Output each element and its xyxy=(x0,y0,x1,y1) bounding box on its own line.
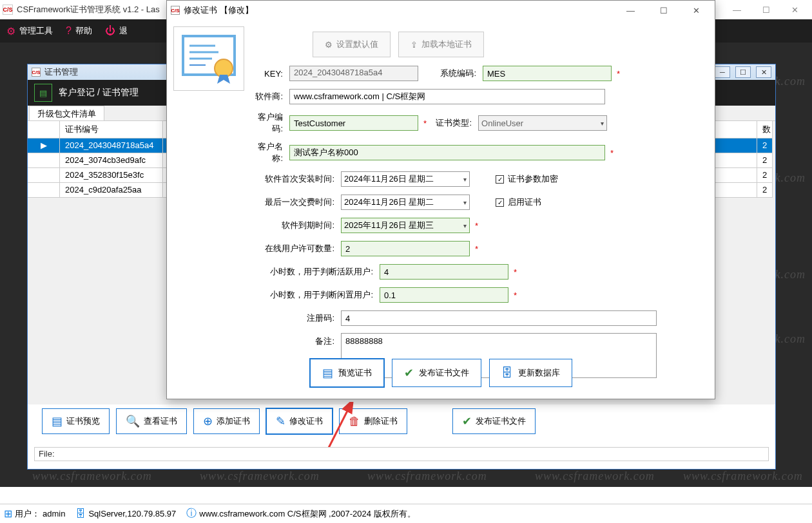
preview-cert-button[interactable]: ▤证书预览 xyxy=(42,408,110,434)
dialog-title: 修改证书 【修改】 xyxy=(184,5,612,16)
grid-header-cert-id[interactable]: 证书编号 xyxy=(60,121,163,138)
preview-icon: ▤ xyxy=(322,366,333,380)
tab-package-list[interactable]: 升级包文件清单 xyxy=(29,106,104,120)
menu-tools[interactable]: ⚙管理工具 xyxy=(6,25,53,37)
outer-close-button[interactable]: ✕ xyxy=(780,1,809,19)
child-close-button[interactable]: ✕ xyxy=(756,66,771,78)
preview-icon: ▤ xyxy=(52,414,63,428)
cell-num: 2 xyxy=(757,168,773,182)
regcode-input[interactable] xyxy=(341,310,657,326)
dialog-titlebar[interactable]: C/S 修改证书 【修改】 — ☐ ✕ xyxy=(167,1,715,20)
label-lastcharge: 最后一次交费时间: xyxy=(251,196,341,208)
view-cert-button[interactable]: 🔍查看证书 xyxy=(116,408,187,434)
certtype-select[interactable]: OnlineUser▾ xyxy=(478,115,607,131)
label-remark: 备注: xyxy=(251,333,341,347)
row-selector[interactable]: ▶ xyxy=(28,138,60,153)
required-marker: * xyxy=(475,221,478,231)
preview-cert-dialog-button[interactable]: ▤预览证书 xyxy=(310,359,384,387)
status-user-label: 用户： xyxy=(15,508,40,520)
syscode-input[interactable] xyxy=(483,66,612,81)
watermark: www.csframework.com xyxy=(32,470,152,483)
edit-cert-button[interactable]: ✎修改证书 xyxy=(266,408,333,434)
chevron-down-icon: ▾ xyxy=(601,120,604,127)
edit-icon: ✎ xyxy=(276,414,285,428)
label-expire: 软件到期时间: xyxy=(251,220,341,231)
delete-cert-button[interactable]: 🗑删除证书 xyxy=(339,408,407,434)
row-selector[interactable] xyxy=(28,168,60,182)
set-default-button[interactable]: ⚙设置默认值 xyxy=(313,32,391,57)
status-link[interactable]: www.csframework.com C/S框架网 ,2007-2024 版权… xyxy=(199,508,415,520)
publish-cert-dialog-button[interactable]: ✔发布证书文件 xyxy=(392,359,481,387)
grid-header-selector[interactable] xyxy=(28,121,60,138)
dialog-minimize-button[interactable]: — xyxy=(616,1,645,19)
activehours-input[interactable] xyxy=(380,264,508,280)
database-icon: 🗄 xyxy=(75,508,86,520)
app-icon: C/S xyxy=(171,6,180,15)
edit-cert-dialog: C/S 修改证书 【修改】 — ☐ ✕ ⚙设置默认值 ⇪加载本地证书 KEY: … xyxy=(166,0,715,399)
update-db-button[interactable]: 🗄更新数据库 xyxy=(489,359,572,387)
gear-icon: ⚙ xyxy=(6,25,15,37)
watermark: www.csframework.com xyxy=(367,470,487,483)
child-minimize-button[interactable]: ─ xyxy=(715,66,730,78)
row-selector[interactable] xyxy=(28,153,60,167)
chevron-down-icon: ▾ xyxy=(463,199,467,206)
certificate-illustration xyxy=(173,26,244,91)
grid-header-num[interactable]: 数 xyxy=(757,121,773,138)
label-onlinelic: 在线用户许可数量: xyxy=(251,243,341,254)
plus-circle-icon: ⊕ xyxy=(203,414,213,428)
required-marker: * xyxy=(617,69,620,79)
firstinstall-datepicker[interactable]: 2024年11月26日 星期二▾ xyxy=(341,171,470,187)
outer-maximize-button[interactable]: ☐ xyxy=(751,1,780,19)
check-icon: ✔ xyxy=(404,366,414,380)
child-maximize-button[interactable]: ☐ xyxy=(735,66,751,78)
database-icon: 🗄 xyxy=(501,366,513,380)
svg-point-6 xyxy=(215,59,233,77)
cell-cert-id: 2024_2043048718a5a4 xyxy=(60,138,163,153)
certificate-icon: ▤ xyxy=(34,84,52,102)
main-statusbar: ⊞用户：admin 🗄SqlServer,120.79.85.97 ⓘwww.c… xyxy=(0,504,812,523)
label-syscode: 系统编码: xyxy=(418,68,483,79)
enable-checkbox[interactable]: ✓启用证书 xyxy=(496,196,541,208)
dialog-maximize-button[interactable]: ☐ xyxy=(649,1,678,19)
cell-num: 2 xyxy=(757,138,773,153)
bottom-toolbar: ▤证书预览 🔍查看证书 ⊕添加证书 ✎修改证书 🗑删除证书 ✔发布证书文件 xyxy=(42,408,536,434)
menu-help[interactable]: ?帮助 xyxy=(66,25,92,37)
windows-icon: ⊞ xyxy=(4,508,12,520)
label-custcode: 客户编码: xyxy=(251,111,289,135)
publish-cert-button[interactable]: ✔发布证书文件 xyxy=(452,408,536,434)
app-icon: C/S xyxy=(32,68,41,77)
label-vendor: 软件商: xyxy=(251,91,289,102)
label-firstinstall: 软件首次安装时间: xyxy=(251,173,341,185)
vendor-input[interactable] xyxy=(289,89,605,104)
file-statusbar: File: xyxy=(34,447,769,461)
lastcharge-datepicker[interactable]: 2024年11月26日 星期二▾ xyxy=(341,195,470,210)
label-custname: 客户名称: xyxy=(251,141,289,164)
dialog-close-button[interactable]: ✕ xyxy=(682,1,711,19)
cell-cert-id: 2024_c9d20afa25aa xyxy=(60,183,163,197)
load-local-cert-button[interactable]: ⇪加载本地证书 xyxy=(398,32,484,57)
required-marker: * xyxy=(610,148,614,158)
encrypt-checkbox[interactable]: ✓证书参数加密 xyxy=(496,173,558,185)
custname-input[interactable] xyxy=(289,145,605,160)
cert-form: KEY: 2024_2043048718a5a4 系统编码: * 软件商: 客户… xyxy=(251,65,702,385)
search-doc-icon: 🔍 xyxy=(126,414,140,428)
custcode-input[interactable] xyxy=(289,115,418,131)
key-field: 2024_2043048718a5a4 xyxy=(289,66,418,81)
help-icon: ? xyxy=(66,25,72,37)
row-selector[interactable] xyxy=(28,183,60,197)
cell-cert-id: 2024_3074cb3ed9afc xyxy=(60,153,163,167)
expire-datepicker[interactable]: 2025年11月26日 星期三▾ xyxy=(341,218,470,233)
cell-cert-id: 2024_352830f15e3fc xyxy=(60,168,163,182)
onlinelic-input[interactable] xyxy=(341,241,470,256)
outer-minimize-button[interactable]: — xyxy=(722,1,751,19)
add-cert-button[interactable]: ⊕添加证书 xyxy=(193,408,260,434)
label-activehours: 小时数，用于判断活跃用户: xyxy=(251,266,380,278)
watermark: www.csframework.com xyxy=(535,470,655,483)
required-marker: * xyxy=(514,267,517,277)
required-marker: * xyxy=(514,290,517,300)
link-icon: ⓘ xyxy=(186,507,197,520)
menu-logout[interactable]: ⏻退 xyxy=(105,25,128,37)
dialog-footer: ▤预览证书 ✔发布证书文件 🗄更新数据库 xyxy=(167,359,715,387)
idlehours-input[interactable] xyxy=(380,287,508,303)
label-idlehours: 小时数，用于判断闲置用户: xyxy=(251,289,380,301)
